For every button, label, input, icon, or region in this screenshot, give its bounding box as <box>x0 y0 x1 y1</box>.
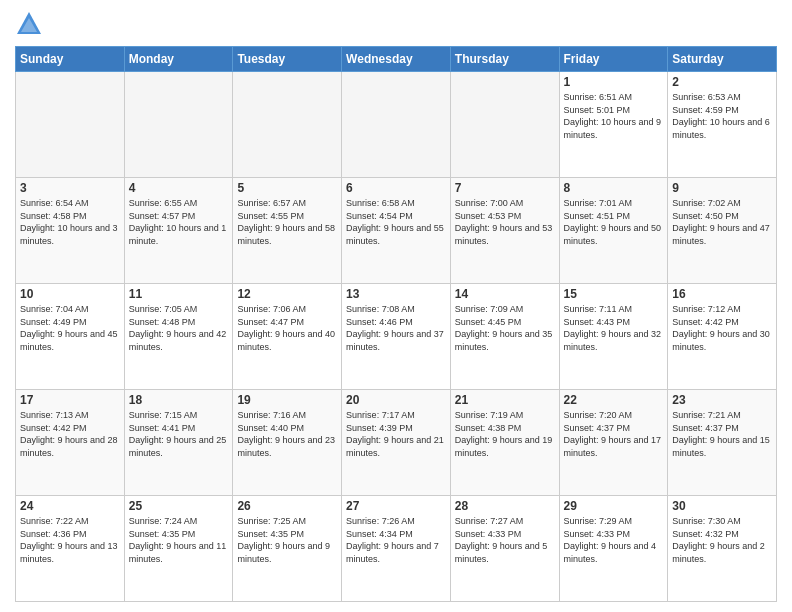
page: SundayMondayTuesdayWednesdayThursdayFrid… <box>0 0 792 612</box>
day-number: 14 <box>455 287 555 301</box>
day-number: 24 <box>20 499 120 513</box>
day-info: Sunrise: 7:20 AM Sunset: 4:37 PM Dayligh… <box>564 409 664 459</box>
day-cell: 3Sunrise: 6:54 AM Sunset: 4:58 PM Daylig… <box>16 178 125 284</box>
day-cell: 10Sunrise: 7:04 AM Sunset: 4:49 PM Dayli… <box>16 284 125 390</box>
day-cell: 8Sunrise: 7:01 AM Sunset: 4:51 PM Daylig… <box>559 178 668 284</box>
day-info: Sunrise: 6:55 AM Sunset: 4:57 PM Dayligh… <box>129 197 229 247</box>
day-cell: 6Sunrise: 6:58 AM Sunset: 4:54 PM Daylig… <box>342 178 451 284</box>
day-number: 30 <box>672 499 772 513</box>
day-number: 11 <box>129 287 229 301</box>
day-cell: 25Sunrise: 7:24 AM Sunset: 4:35 PM Dayli… <box>124 496 233 602</box>
day-number: 21 <box>455 393 555 407</box>
header-day-monday: Monday <box>124 47 233 72</box>
day-info: Sunrise: 7:02 AM Sunset: 4:50 PM Dayligh… <box>672 197 772 247</box>
day-cell: 30Sunrise: 7:30 AM Sunset: 4:32 PM Dayli… <box>668 496 777 602</box>
day-number: 9 <box>672 181 772 195</box>
week-row-1: 3Sunrise: 6:54 AM Sunset: 4:58 PM Daylig… <box>16 178 777 284</box>
day-number: 12 <box>237 287 337 301</box>
day-number: 20 <box>346 393 446 407</box>
day-cell: 22Sunrise: 7:20 AM Sunset: 4:37 PM Dayli… <box>559 390 668 496</box>
day-cell <box>16 72 125 178</box>
day-cell: 20Sunrise: 7:17 AM Sunset: 4:39 PM Dayli… <box>342 390 451 496</box>
header-day-sunday: Sunday <box>16 47 125 72</box>
day-info: Sunrise: 7:09 AM Sunset: 4:45 PM Dayligh… <box>455 303 555 353</box>
day-cell: 4Sunrise: 6:55 AM Sunset: 4:57 PM Daylig… <box>124 178 233 284</box>
day-cell: 2Sunrise: 6:53 AM Sunset: 4:59 PM Daylig… <box>668 72 777 178</box>
header-day-friday: Friday <box>559 47 668 72</box>
day-info: Sunrise: 7:19 AM Sunset: 4:38 PM Dayligh… <box>455 409 555 459</box>
day-cell <box>124 72 233 178</box>
day-number: 7 <box>455 181 555 195</box>
day-number: 2 <box>672 75 772 89</box>
day-cell: 16Sunrise: 7:12 AM Sunset: 4:42 PM Dayli… <box>668 284 777 390</box>
day-cell: 17Sunrise: 7:13 AM Sunset: 4:42 PM Dayli… <box>16 390 125 496</box>
week-row-4: 24Sunrise: 7:22 AM Sunset: 4:36 PM Dayli… <box>16 496 777 602</box>
day-number: 10 <box>20 287 120 301</box>
day-info: Sunrise: 7:13 AM Sunset: 4:42 PM Dayligh… <box>20 409 120 459</box>
header-day-saturday: Saturday <box>668 47 777 72</box>
day-number: 28 <box>455 499 555 513</box>
day-cell: 21Sunrise: 7:19 AM Sunset: 4:38 PM Dayli… <box>450 390 559 496</box>
day-info: Sunrise: 7:17 AM Sunset: 4:39 PM Dayligh… <box>346 409 446 459</box>
day-number: 4 <box>129 181 229 195</box>
day-info: Sunrise: 7:04 AM Sunset: 4:49 PM Dayligh… <box>20 303 120 353</box>
day-info: Sunrise: 6:51 AM Sunset: 5:01 PM Dayligh… <box>564 91 664 141</box>
day-info: Sunrise: 7:30 AM Sunset: 4:32 PM Dayligh… <box>672 515 772 565</box>
day-info: Sunrise: 6:54 AM Sunset: 4:58 PM Dayligh… <box>20 197 120 247</box>
day-info: Sunrise: 7:27 AM Sunset: 4:33 PM Dayligh… <box>455 515 555 565</box>
header-day-thursday: Thursday <box>450 47 559 72</box>
day-number: 1 <box>564 75 664 89</box>
day-cell: 1Sunrise: 6:51 AM Sunset: 5:01 PM Daylig… <box>559 72 668 178</box>
day-info: Sunrise: 7:08 AM Sunset: 4:46 PM Dayligh… <box>346 303 446 353</box>
day-info: Sunrise: 7:29 AM Sunset: 4:33 PM Dayligh… <box>564 515 664 565</box>
day-cell: 23Sunrise: 7:21 AM Sunset: 4:37 PM Dayli… <box>668 390 777 496</box>
day-number: 19 <box>237 393 337 407</box>
day-cell: 14Sunrise: 7:09 AM Sunset: 4:45 PM Dayli… <box>450 284 559 390</box>
logo-icon <box>15 10 43 38</box>
calendar-table: SundayMondayTuesdayWednesdayThursdayFrid… <box>15 46 777 602</box>
calendar-body: 1Sunrise: 6:51 AM Sunset: 5:01 PM Daylig… <box>16 72 777 602</box>
header-day-tuesday: Tuesday <box>233 47 342 72</box>
header-row: SundayMondayTuesdayWednesdayThursdayFrid… <box>16 47 777 72</box>
day-info: Sunrise: 7:21 AM Sunset: 4:37 PM Dayligh… <box>672 409 772 459</box>
day-number: 5 <box>237 181 337 195</box>
day-info: Sunrise: 7:26 AM Sunset: 4:34 PM Dayligh… <box>346 515 446 565</box>
week-row-0: 1Sunrise: 6:51 AM Sunset: 5:01 PM Daylig… <box>16 72 777 178</box>
day-cell <box>233 72 342 178</box>
week-row-2: 10Sunrise: 7:04 AM Sunset: 4:49 PM Dayli… <box>16 284 777 390</box>
header-day-wednesday: Wednesday <box>342 47 451 72</box>
day-cell: 13Sunrise: 7:08 AM Sunset: 4:46 PM Dayli… <box>342 284 451 390</box>
day-info: Sunrise: 7:12 AM Sunset: 4:42 PM Dayligh… <box>672 303 772 353</box>
day-info: Sunrise: 6:57 AM Sunset: 4:55 PM Dayligh… <box>237 197 337 247</box>
day-info: Sunrise: 7:05 AM Sunset: 4:48 PM Dayligh… <box>129 303 229 353</box>
day-cell: 7Sunrise: 7:00 AM Sunset: 4:53 PM Daylig… <box>450 178 559 284</box>
day-number: 17 <box>20 393 120 407</box>
day-cell: 19Sunrise: 7:16 AM Sunset: 4:40 PM Dayli… <box>233 390 342 496</box>
day-number: 16 <box>672 287 772 301</box>
day-number: 29 <box>564 499 664 513</box>
day-info: Sunrise: 7:16 AM Sunset: 4:40 PM Dayligh… <box>237 409 337 459</box>
day-info: Sunrise: 7:25 AM Sunset: 4:35 PM Dayligh… <box>237 515 337 565</box>
day-number: 25 <box>129 499 229 513</box>
day-info: Sunrise: 7:11 AM Sunset: 4:43 PM Dayligh… <box>564 303 664 353</box>
day-cell: 9Sunrise: 7:02 AM Sunset: 4:50 PM Daylig… <box>668 178 777 284</box>
day-number: 26 <box>237 499 337 513</box>
week-row-3: 17Sunrise: 7:13 AM Sunset: 4:42 PM Dayli… <box>16 390 777 496</box>
day-info: Sunrise: 7:06 AM Sunset: 4:47 PM Dayligh… <box>237 303 337 353</box>
day-number: 13 <box>346 287 446 301</box>
day-number: 22 <box>564 393 664 407</box>
day-cell: 12Sunrise: 7:06 AM Sunset: 4:47 PM Dayli… <box>233 284 342 390</box>
day-cell <box>450 72 559 178</box>
day-cell: 11Sunrise: 7:05 AM Sunset: 4:48 PM Dayli… <box>124 284 233 390</box>
day-cell: 15Sunrise: 7:11 AM Sunset: 4:43 PM Dayli… <box>559 284 668 390</box>
day-cell: 26Sunrise: 7:25 AM Sunset: 4:35 PM Dayli… <box>233 496 342 602</box>
day-number: 27 <box>346 499 446 513</box>
day-cell: 5Sunrise: 6:57 AM Sunset: 4:55 PM Daylig… <box>233 178 342 284</box>
logo <box>15 10 47 38</box>
day-number: 6 <box>346 181 446 195</box>
day-number: 8 <box>564 181 664 195</box>
day-number: 23 <box>672 393 772 407</box>
day-number: 15 <box>564 287 664 301</box>
day-info: Sunrise: 6:53 AM Sunset: 4:59 PM Dayligh… <box>672 91 772 141</box>
day-cell: 28Sunrise: 7:27 AM Sunset: 4:33 PM Dayli… <box>450 496 559 602</box>
